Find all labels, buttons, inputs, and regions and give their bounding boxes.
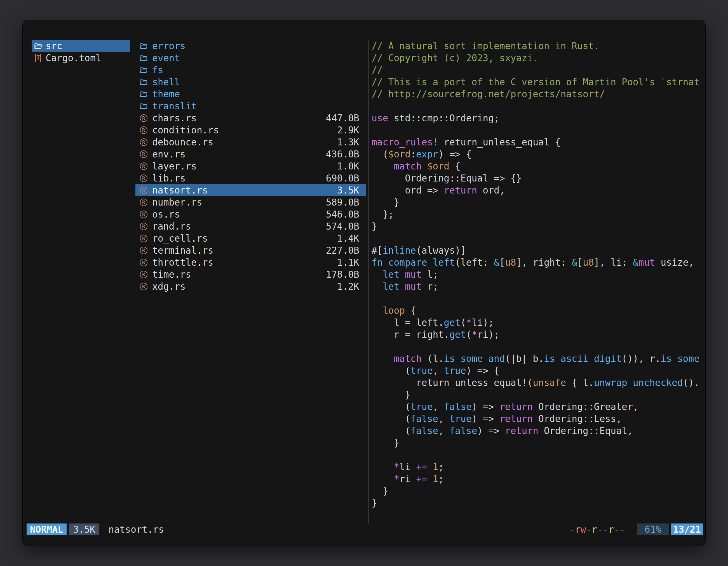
current-item-debounce.rs[interactable]: Rdebounce.rs1.3K: [135, 136, 366, 148]
folder-icon: [34, 42, 42, 50]
current-item-natsort.rs[interactable]: Rnatsort.rs3.5K: [135, 184, 366, 196]
file-size: 574.0B: [323, 221, 359, 232]
current-item-fs[interactable]: fs: [135, 64, 366, 76]
folder-icon: [139, 66, 148, 74]
current-item-time.rs[interactable]: Rtime.rs178.0B: [135, 269, 366, 281]
rust-file-icon: R: [139, 235, 148, 242]
current-item-ro_cell.rs[interactable]: Rro_cell.rs1.4K: [135, 233, 366, 245]
rust-file-icon: R: [139, 151, 148, 158]
file-name: number.rs: [152, 197, 202, 208]
file-manager-panes: srcTCargo.toml errorseventfsshellthemetr…: [23, 20, 705, 523]
file-size: 178.0B: [323, 269, 359, 280]
rust-file-icon: R: [139, 211, 148, 218]
code-line: (true, true) => {: [372, 365, 705, 377]
code-line: [372, 100, 705, 112]
parent-item-Cargo.toml[interactable]: TCargo.toml: [32, 52, 130, 64]
folder-icon: [139, 90, 148, 98]
code-line: match (l.is_some_and(|b| b.is_ascii_digi…: [372, 353, 705, 365]
code-line: *ri += 1;: [372, 473, 705, 485]
code-line: return_unless_equal!(unsafe { l.unwrap_u…: [372, 377, 705, 389]
code-line: [372, 340, 705, 353]
file-size: 3.5K: [334, 185, 359, 196]
file-name: event: [152, 53, 180, 64]
file-name: theme: [152, 89, 180, 100]
file-size: 447.0B: [323, 113, 359, 124]
file-name: fs: [152, 65, 163, 76]
file-name: shell: [152, 77, 180, 88]
code-line: (false, false) => return Ordering::Equal…: [372, 425, 705, 437]
rust-file-icon: R: [139, 223, 148, 230]
current-item-layer.rs[interactable]: Rlayer.rs1.0K: [135, 160, 366, 172]
code-line: [372, 449, 705, 461]
current-item-translit[interactable]: translit: [135, 100, 366, 112]
rust-file-icon: R: [139, 187, 148, 194]
code-line: fn compare_left(left: &[u8], right: &[u8…: [372, 257, 705, 269]
permission-char: -: [614, 524, 619, 535]
terminal-window: srcTCargo.toml errorseventfsshellthemetr…: [22, 20, 706, 546]
code-line: r = right.get(*ri);: [372, 328, 705, 340]
file-size: 227.0B: [323, 245, 359, 256]
code-line: }: [372, 220, 705, 233]
scroll-percent-badge: 61%: [637, 523, 669, 535]
permission-char: w: [581, 524, 586, 535]
status-bar: NORMAL 3.5K natsort.rs -rw-r--r-- 61% 13…: [23, 523, 705, 535]
current-item-condition.rs[interactable]: Rcondition.rs2.9K: [135, 124, 366, 136]
folder-icon: [139, 102, 148, 110]
file-size: 1.0K: [334, 161, 359, 172]
file-size: 589.0B: [323, 197, 359, 208]
rust-file-icon: R: [139, 199, 148, 206]
code-line: ord => return ord,: [372, 184, 705, 196]
current-item-throttle.rs[interactable]: Rthrottle.rs1.1K: [135, 257, 366, 269]
file-name: condition.rs: [152, 125, 219, 136]
current-item-number.rs[interactable]: Rnumber.rs589.0B: [135, 196, 366, 208]
file-size: 1.3K: [334, 137, 359, 148]
code-line: }: [372, 485, 705, 497]
code-line: let mut r;: [372, 281, 705, 292]
code-line: (false, true) => return Ordering::Less,: [372, 413, 705, 425]
code-line: [372, 292, 705, 304]
current-item-theme[interactable]: theme: [135, 88, 366, 100]
current-item-xdg.rs[interactable]: Rxdg.rs1.2K: [135, 281, 366, 292]
permission-char: r: [608, 524, 614, 535]
permission-char: -: [569, 524, 575, 535]
permission-char: r: [575, 524, 581, 535]
file-name: env.rs: [152, 149, 185, 160]
current-item-rand.rs[interactable]: Rrand.rs574.0B: [135, 220, 366, 233]
permission-char: -: [586, 524, 592, 535]
file-name: layer.rs: [152, 161, 197, 172]
code-line: Ordering::Equal => {}: [372, 172, 705, 184]
toml-file-icon: T: [34, 54, 42, 62]
parent-item-src[interactable]: src: [32, 40, 130, 52]
current-item-terminal.rs[interactable]: Rterminal.rs227.0B: [135, 245, 366, 257]
file-size: 2.9K: [334, 125, 359, 136]
current-item-env.rs[interactable]: Renv.rs436.0B: [135, 148, 366, 160]
file-size: 690.0B: [323, 173, 359, 184]
file-name: src: [46, 41, 62, 51]
file-preview-pane: // A natural sort implementation in Rust…: [369, 40, 705, 523]
file-size: 1.2K: [334, 281, 359, 292]
file-name: throttle.rs: [152, 257, 213, 268]
file-name: debounce.rs: [152, 137, 213, 148]
folder-icon: [139, 42, 148, 50]
folder-icon: [139, 78, 148, 86]
current-item-event[interactable]: event: [135, 52, 366, 64]
rust-file-icon: R: [139, 114, 148, 122]
parent-directory-pane: srcTCargo.toml: [32, 40, 130, 523]
current-item-os.rs[interactable]: Ros.rs546.0B: [135, 208, 366, 220]
code-line: // A natural sort implementation in Rust…: [372, 40, 705, 52]
rust-file-icon: R: [139, 283, 148, 290]
code-line: let mut l;: [372, 269, 705, 281]
file-size: 1.4K: [334, 233, 359, 244]
rust-file-icon: R: [139, 126, 148, 134]
file-size: 1.1K: [334, 257, 359, 268]
file-name: Cargo.toml: [46, 53, 101, 64]
code-line: }: [372, 437, 705, 449]
permission-char: -: [619, 524, 625, 535]
mode-badge: NORMAL: [27, 523, 67, 535]
rust-file-icon: R: [139, 247, 148, 254]
current-item-chars.rs[interactable]: Rchars.rs447.0B: [135, 112, 366, 124]
current-item-shell[interactable]: shell: [135, 76, 366, 88]
folder-icon: [139, 54, 148, 62]
current-item-errors[interactable]: errors: [135, 40, 366, 52]
current-item-lib.rs[interactable]: Rlib.rs690.0B: [135, 172, 366, 184]
